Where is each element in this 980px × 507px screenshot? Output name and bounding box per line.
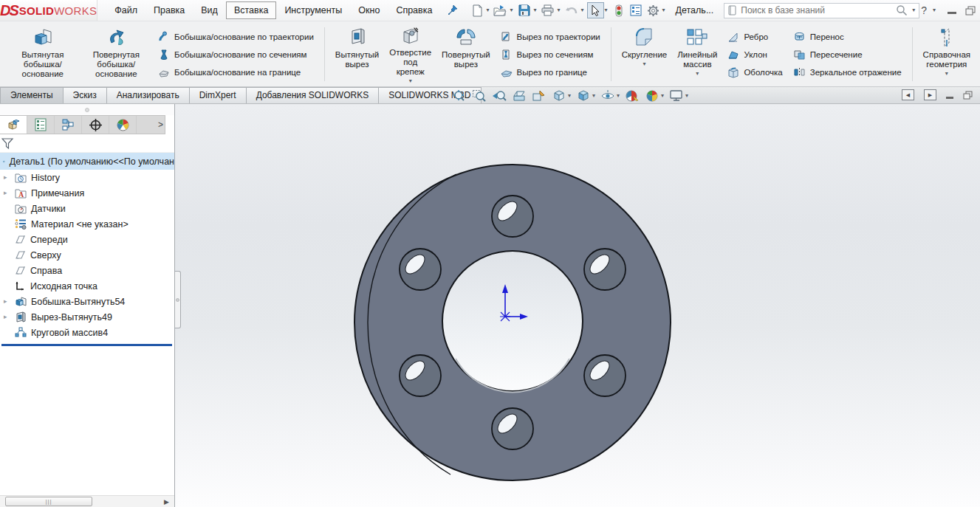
scrollbar-right-arrow[interactable]: ▶ [164,498,169,506]
panel-expand-chevron[interactable]: > [158,120,165,130]
bolt-hole[interactable] [400,355,441,396]
annotation-view-icon[interactable] [532,89,546,103]
collapse-right-pane-icon[interactable]: ▶ [924,89,936,100]
print-icon[interactable] [539,2,556,18]
undo-dropdown[interactable]: ▾ [580,7,583,13]
display-manager-tab[interactable] [109,116,137,134]
collapse-left-pane-icon[interactable]: ◀ [902,89,914,100]
pin-menu-icon[interactable] [448,4,458,16]
tree-item-top-plane[interactable]: Сверху [0,247,174,263]
feature-manager-tab[interactable] [0,116,27,134]
graphics-viewport[interactable] [175,104,980,507]
view-settings-dropdown[interactable]: ▾ [685,93,688,99]
select-dropdown[interactable]: ▾ [605,7,608,13]
tree-filter-row[interactable] [0,134,174,153]
view-orientation-icon[interactable]: ▾ [552,89,571,103]
tab-dimxpert[interactable]: DimXpert [189,87,247,103]
revolved-boss-button[interactable]: Повернутая бобышка/основание [80,24,154,85]
linear-pattern-button[interactable]: Линейный массив ▾ [672,24,722,85]
open-document-dropdown[interactable]: ▾ [510,7,513,13]
open-document-icon[interactable] [492,2,509,18]
knowledge-search[interactable]: ▾ [724,3,919,18]
lofted-boss-item[interactable]: Бобышка/основание по сечениям [158,49,314,61]
extruded-cut-button[interactable]: Вытянутый вырез [330,24,385,85]
bolt-hole[interactable] [400,249,441,290]
hide-show-items-icon[interactable]: ▾ [600,89,620,103]
hole-wizard-dropdown[interactable]: ▾ [409,78,412,84]
tree-item-annotations[interactable]: ▸ A Примечания [0,185,174,201]
expand-arrow[interactable]: ▸ [4,189,7,196]
menu-tools[interactable]: Инструменты [276,1,350,19]
apply-scene-icon[interactable]: ▾ [645,89,664,103]
section-view-icon[interactable] [512,89,527,103]
tree-root-part[interactable]: Деталь1 (По умолчанию<<По умолчан [0,153,174,170]
dimxpert-manager-tab[interactable] [82,116,109,134]
mirror-item[interactable]: Зеркальное отражение [793,66,902,78]
flange-model[interactable] [175,104,979,507]
zoom-to-fit-icon[interactable] [452,89,467,103]
help-button[interactable]: ? [919,4,928,16]
help-dropdown[interactable]: ▾ [933,7,936,13]
scrollbar-thumb[interactable]: ||| [5,497,92,506]
shell-item[interactable]: Оболочка [727,66,782,78]
edit-appearance-icon[interactable] [625,89,640,103]
configuration-manager-tab[interactable] [55,116,82,134]
menu-window[interactable]: Окно [350,1,388,19]
minimize-button[interactable] [948,12,956,14]
hole-wizard-button[interactable]: Отверстие под крепеж ▾ [384,24,436,85]
fillet-dropdown[interactable]: ▾ [643,61,645,67]
tree-item-material[interactable]: Материал <не указан> [0,216,174,232]
doc-minimize-icon[interactable] [946,97,953,99]
bolt-hole[interactable] [584,249,626,290]
menu-insert[interactable]: Вставка [226,1,276,19]
interrupt-lights-icon[interactable] [611,2,628,18]
move-item[interactable]: Перенос [793,31,902,43]
bolt-hole[interactable] [492,196,533,237]
reference-geometry-dropdown[interactable]: ▾ [945,71,948,77]
extruded-boss-button[interactable]: Вытянутая бобышка/основание [6,24,80,85]
hide-show-dropdown[interactable]: ▾ [617,93,620,99]
swept-cut-item[interactable]: Вырез по траектории [501,31,600,43]
view-orientation-dropdown[interactable]: ▾ [568,93,571,99]
tab-evaluate[interactable]: Анализировать [106,87,190,103]
draft-item[interactable]: Уклон [727,49,782,61]
search-input[interactable] [741,5,891,15]
new-document-icon[interactable] [468,2,485,18]
reference-geometry-button[interactable]: Справочная геометрия ▾ [918,24,976,85]
settings-gear-icon[interactable] [645,2,662,18]
intersect-item[interactable]: Пересечение [793,49,902,61]
settings-dropdown[interactable]: ▾ [662,7,665,13]
bolt-hole[interactable] [492,408,533,449]
options-list-icon[interactable] [628,2,645,18]
panel-splitter-handle[interactable] [175,271,181,328]
search-icon[interactable] [896,4,908,16]
view-settings-icon[interactable]: ▾ [669,89,688,103]
display-style-icon[interactable]: ▾ [576,89,595,103]
menu-file[interactable]: Файл [106,1,145,19]
tree-item-circular-pattern[interactable]: Круговой массив4 [0,325,174,340]
tree-item-cut-extrude[interactable]: ▸ Вырез-Вытянуть49 [0,309,174,325]
apply-scene-dropdown[interactable]: ▾ [661,93,664,99]
doc-restore-icon[interactable] [963,91,973,100]
revolved-cut-button[interactable]: Повернутый вырез [436,24,496,85]
swept-boss-item[interactable]: Бобышка/основание по траектории [158,31,314,43]
lofted-cut-item[interactable]: Вырез по сечениям [501,49,600,61]
save-icon[interactable] [515,2,532,18]
previous-view-icon[interactable] [492,89,507,103]
print-dropdown[interactable]: ▾ [557,7,560,13]
property-manager-tab[interactable] [27,116,55,134]
tree-horizontal-scrollbar[interactable]: ||| ▶ [0,495,174,507]
tree-item-history[interactable]: ▸ History [0,170,174,185]
tree-item-origin[interactable]: Исходная точка [0,278,174,294]
tab-features[interactable]: Элементы [0,87,64,103]
boundary-cut-item[interactable]: Вырез по границе [501,66,600,78]
save-dropdown[interactable]: ▾ [533,7,536,13]
tab-addins[interactable]: Добавления SOLIDWORKS [246,87,380,103]
menu-edit[interactable]: Правка [145,1,193,19]
rollback-bar[interactable] [1,344,172,346]
tree-item-front-plane[interactable]: Спереди [0,232,174,247]
tree-item-boss-extrude[interactable]: ▸ Бобышка-Вытянуть54 [0,294,174,309]
undo-icon[interactable] [563,2,580,18]
select-cursor-icon[interactable] [587,2,604,18]
menu-help[interactable]: Справка [388,1,440,19]
